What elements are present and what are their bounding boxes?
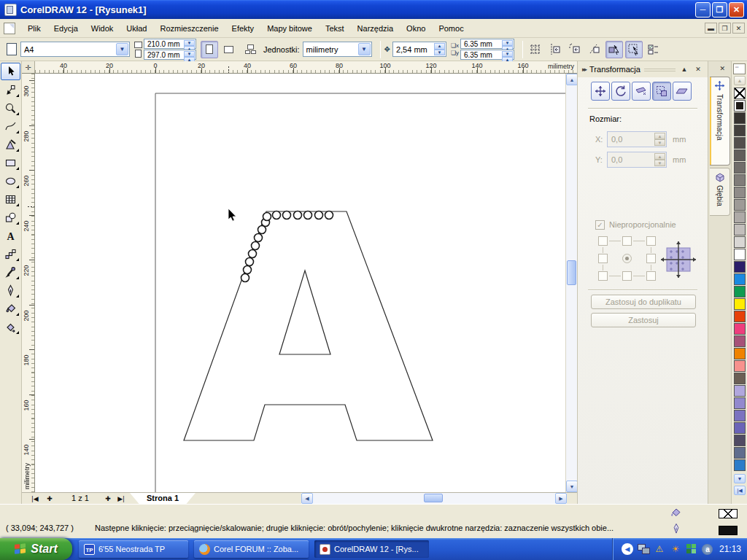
tool-shape[interactable] (1, 81, 20, 98)
dynamic-guides-icon[interactable] (586, 41, 603, 58)
vscroll-thumb[interactable] (567, 260, 576, 285)
treat-as-filled-icon[interactable] (605, 41, 623, 58)
tool-pick[interactable] (1, 63, 20, 80)
menu-rozmieszczenie[interactable]: Rozmieszczenie (153, 21, 225, 36)
menu-pomoc[interactable]: Pomoc (432, 21, 470, 36)
menu-efekty[interactable]: Efekty (225, 21, 261, 36)
tool-interactive-blend[interactable] (1, 245, 20, 262)
palette-swatch-ffffff[interactable] (734, 249, 746, 260)
paper-width-field[interactable]: 210.0 mm ▼▲ (144, 39, 196, 49)
mdi-restore-button[interactable]: ❐ (719, 23, 731, 34)
palette-swatch-d9d7d4[interactable] (734, 236, 746, 248)
palette-swatch-6b5f55[interactable] (734, 373, 746, 384)
tool-basic-shapes[interactable] (1, 209, 20, 226)
palette-swatch-2b7cc9[interactable] (734, 459, 746, 471)
transform-position-button[interactable] (591, 82, 610, 101)
tool-freehand[interactable] (1, 117, 20, 135)
snap-to-guidelines-icon[interactable] (546, 41, 564, 58)
menu-mapy-bitowe[interactable]: Mapy bitowe (260, 21, 319, 36)
docker-header[interactable]: ▸▸ Transformacja ▲ ✕ (578, 61, 708, 77)
palette-swatch-e64109[interactable] (734, 311, 746, 322)
spin-up-icon[interactable]: ▲ (434, 43, 445, 50)
anchor-center-radio[interactable] (622, 254, 632, 263)
add-page-before-icon[interactable]: ✚ (44, 494, 55, 504)
palette-swatch-625e5b[interactable] (734, 149, 746, 161)
palette-swatch-6b64b7[interactable] (734, 422, 746, 434)
docker-rollup-icon[interactable]: ▲ (679, 66, 689, 73)
marquee-select-icon[interactable] (625, 41, 643, 58)
palette-swatch-5f6d8d[interactable] (734, 447, 746, 459)
palette-swatch-716d6a[interactable] (734, 162, 746, 174)
tool-interactive-fill[interactable] (1, 318, 20, 335)
vertical-scrollbar[interactable]: ▲ ▼ (565, 74, 577, 492)
hide-icons-chevron[interactable]: ◀ (622, 543, 633, 555)
menu-okno[interactable]: Okno (400, 21, 432, 36)
spin-down-icon[interactable]: ▼ (434, 50, 445, 56)
a-badge-icon[interactable]: a (702, 543, 713, 555)
mdi-minimize-button[interactable]: ▬ (705, 23, 717, 34)
chevron-down-icon[interactable]: ▼ (116, 43, 128, 55)
tool-rectangle[interactable] (1, 154, 20, 171)
x-size-field[interactable]: 0,0 ▲▼ (607, 131, 667, 147)
palette-swatch-504b63[interactable] (734, 435, 746, 446)
mdi-close-button[interactable]: ✕ (732, 23, 745, 34)
palette-swatch-9289ce[interactable] (734, 397, 746, 409)
palette-swatch-ee3e7d[interactable] (734, 323, 746, 335)
last-page-icon[interactable]: ▶| (115, 494, 127, 504)
palette-swatch-7b72c0[interactable] (734, 410, 746, 421)
start-button[interactable]: Start (0, 538, 72, 560)
duplicate-y-field[interactable]: 6.35 mm ▼▲ (460, 50, 514, 60)
task-coreldraw[interactable]: CorelDRAW 12 - [Rys... (314, 540, 429, 558)
palette-swatch-36322f[interactable] (734, 112, 746, 124)
palette-swatch-c2bebb[interactable] (734, 224, 746, 236)
paper-height-field[interactable]: 297.0 mm ▼▲ (144, 50, 196, 60)
palette-swatch-1f1b18[interactable] (734, 100, 746, 112)
palette-scroll-down-icon[interactable]: ▼ (734, 474, 746, 483)
horizontal-ruler[interactable]: ✛ 4020020406080100120140160 milimetry (22, 61, 577, 74)
spin-down-icon[interactable]: ▼ (654, 139, 665, 146)
spin-down-icon[interactable]: ▼ (654, 160, 665, 166)
scroll-up-icon[interactable]: ▲ (566, 74, 578, 85)
add-page-after-icon[interactable]: ✚ (102, 494, 114, 504)
apply-button[interactable]: Zastosuj (591, 313, 696, 327)
palette-swatch-44403d[interactable] (734, 125, 746, 136)
vertical-ruler[interactable]: 300280260240220200180160140 milimetry (22, 74, 35, 492)
palette-swatch-0e9b51[interactable] (734, 286, 746, 298)
spin-down-icon[interactable]: ▼ (502, 51, 513, 57)
palette-swatch-f7918d[interactable] (734, 360, 746, 372)
sun-icon[interactable]: ☀ (670, 543, 681, 555)
options-icon[interactable] (645, 41, 662, 58)
palette-swatch-1b89e0[interactable] (734, 273, 746, 285)
nudge-field[interactable]: 2,54 mm ▲▼ (392, 42, 446, 57)
all-pages-icon[interactable] (241, 41, 259, 58)
scroll-right-icon[interactable]: ▶ (555, 493, 567, 504)
tab-transformacja[interactable]: Transformacja (710, 77, 730, 166)
drawing-canvas[interactable] (35, 74, 565, 492)
units-select[interactable]: milimetry ▼ (303, 42, 372, 57)
snap-to-grid-icon[interactable] (527, 41, 544, 58)
scroll-down-icon[interactable]: ▼ (566, 481, 578, 492)
hscroll-thumb[interactable] (424, 494, 443, 502)
spin-down-icon[interactable]: ▼ (502, 40, 513, 46)
menu-widok[interactable]: Widok (85, 21, 120, 36)
spin-down-icon[interactable]: ▼ (184, 51, 195, 57)
duplicate-x-field[interactable]: 6.35 mm ▼▲ (460, 39, 514, 49)
snap-to-objects-icon[interactable] (566, 41, 584, 58)
network-icon[interactable] (638, 543, 649, 555)
palette-swatch-9e9a97[interactable] (734, 199, 746, 211)
palette-swatch-2b1e69[interactable] (734, 261, 746, 273)
tool-zoom[interactable] (1, 99, 20, 117)
docker-group-close-icon[interactable]: ✕ (719, 65, 725, 72)
palette-options-icon[interactable] (733, 63, 746, 74)
landscape-icon[interactable] (220, 41, 237, 58)
minimize-button[interactable]: ─ (695, 2, 711, 18)
tool-eyedropper[interactable] (1, 263, 20, 281)
document-icon[interactable] (4, 23, 15, 34)
palette-scroll-up-icon[interactable]: ▲ (734, 76, 746, 85)
tool-outline[interactable] (1, 281, 20, 299)
scroll-left-icon[interactable]: ◀ (301, 493, 313, 504)
palette-swatch-ef8301[interactable] (734, 348, 746, 359)
new-page-icon[interactable] (3, 41, 20, 58)
tool-ellipse[interactable] (1, 172, 20, 190)
close-button[interactable]: ✕ (729, 2, 744, 18)
